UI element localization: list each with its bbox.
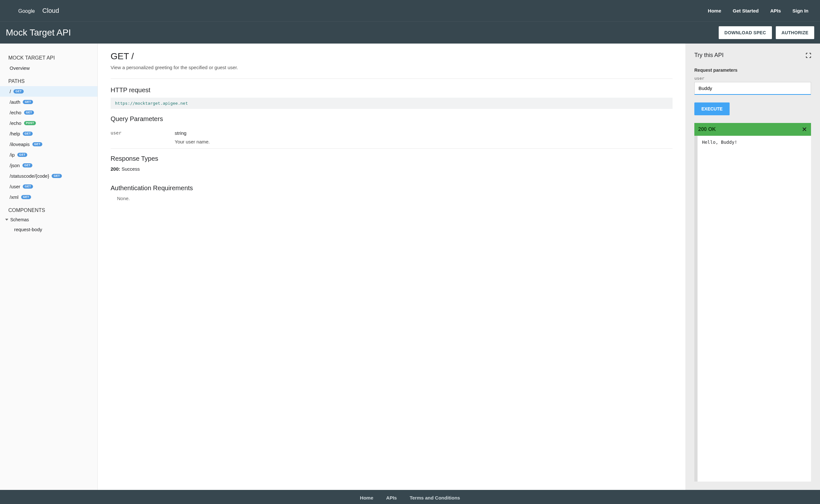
logo[interactable]: Google Cloud xyxy=(12,7,59,15)
divider xyxy=(111,78,673,79)
authorize-button[interactable]: AUTHORIZE xyxy=(776,26,814,39)
sidebar-path-label: /iloveapis xyxy=(10,142,30,147)
endpoint-heading: GET / xyxy=(111,51,673,61)
query-params-heading: Query Parameters xyxy=(111,115,673,123)
sidebar-request-body-label: request-body xyxy=(14,227,42,232)
nav-home[interactable]: Home xyxy=(708,8,721,13)
expand-icon[interactable] xyxy=(806,53,811,58)
sidebar-path-label: /user xyxy=(10,184,20,189)
title-actions: DOWNLOAD SPEC AUTHORIZE xyxy=(719,26,814,39)
execute-button[interactable]: EXECUTE xyxy=(694,102,730,115)
method-badge: POST xyxy=(24,121,36,125)
sidebar-path-label: /echo xyxy=(10,120,21,126)
auth-heading: Authentication Requirements xyxy=(111,184,673,192)
method-badge: GET xyxy=(23,184,33,189)
footer-apis[interactable]: APIs xyxy=(386,495,397,500)
method-badge: GET xyxy=(52,174,61,178)
response-status-bar: 200 OK ✕ xyxy=(694,123,811,136)
sidebar-api-heading: MOCK TARGET API xyxy=(0,53,97,63)
sidebar-path-label: / xyxy=(10,89,11,94)
method-badge: GET xyxy=(22,163,32,167)
param-desc: Your user name. xyxy=(175,139,210,144)
nav-apis[interactable]: APIs xyxy=(770,8,781,13)
method-badge: GET xyxy=(32,142,42,146)
method-badge: GET xyxy=(23,100,33,104)
method-badge: GET xyxy=(21,195,31,199)
sidebar-path-item[interactable]: /helpGET xyxy=(0,128,97,139)
param-row: user string Your user name. xyxy=(111,126,673,149)
nav-get-started[interactable]: Get Started xyxy=(733,8,759,13)
sidebar-path-item[interactable]: /xmlGET xyxy=(0,192,97,202)
sidebar-path-item[interactable]: /echoGET xyxy=(0,107,97,118)
sidebar-paths-heading: PATHS xyxy=(0,77,97,86)
method-badge: GET xyxy=(23,132,33,136)
download-spec-button[interactable]: DOWNLOAD SPEC xyxy=(719,26,772,39)
user-input[interactable] xyxy=(694,82,811,95)
sidebar-path-label: /auth xyxy=(10,99,20,105)
sidebar-path-label: /help xyxy=(10,131,20,136)
auth-none: None. xyxy=(111,196,673,201)
sidebar-path-item[interactable]: /ipGET xyxy=(0,150,97,160)
sidebar: MOCK TARGET API Overview PATHS /GET/auth… xyxy=(0,44,98,490)
response-status: 200 OK xyxy=(698,126,716,132)
response-body: Hello, Buddy! xyxy=(694,136,811,482)
sidebar-path-item[interactable]: /jsonGET xyxy=(0,160,97,171)
sidebar-overview[interactable]: Overview xyxy=(0,63,97,73)
method-badge: GET xyxy=(17,153,27,157)
user-param-label: user xyxy=(694,76,811,81)
sidebar-components-heading: COMPONENTS xyxy=(0,206,97,215)
sidebar-path-item[interactable]: /authGET xyxy=(0,97,97,107)
response-line: 200: Success xyxy=(111,166,673,172)
http-url: https://mocktarget.apigee.net xyxy=(111,98,673,109)
sidebar-path-item[interactable]: /echoPOST xyxy=(0,118,97,128)
sidebar-overview-label: Overview xyxy=(10,65,30,71)
response-types-heading: Response Types xyxy=(111,155,673,162)
endpoint-description: View a personalized greeting for the spe… xyxy=(111,65,673,70)
content: GET / View a personalized greeting for t… xyxy=(98,44,685,490)
response-code: 200: xyxy=(111,166,120,172)
method-badge: GET xyxy=(13,89,23,93)
logo-text-suffix: Cloud xyxy=(42,7,59,14)
param-type: string xyxy=(175,130,210,136)
title-bar: Mock Target API DOWNLOAD SPEC AUTHORIZE xyxy=(0,21,820,44)
sidebar-schemas-label: Schemas xyxy=(10,217,29,222)
response-label: Success xyxy=(120,166,140,172)
google-cloud-icon: Google xyxy=(12,7,40,15)
svg-marker-1 xyxy=(5,219,8,221)
sidebar-path-item[interactable]: /statuscode/{code}GET xyxy=(0,171,97,181)
top-bar: Google Cloud Home Get Started APIs Sign … xyxy=(0,0,820,21)
sidebar-path-label: /xml xyxy=(10,194,19,200)
sidebar-path-item[interactable]: /userGET xyxy=(0,181,97,192)
top-nav: Home Get Started APIs Sign In xyxy=(708,8,808,13)
footer-terms[interactable]: Terms and Conditions xyxy=(410,495,460,500)
sidebar-path-item[interactable]: /iloveapisGET xyxy=(0,139,97,150)
sidebar-request-body[interactable]: request-body xyxy=(0,224,97,235)
sidebar-path-item[interactable]: /GET xyxy=(0,86,97,97)
page-title: Mock Target API xyxy=(6,28,71,38)
footer: Home APIs Terms and Conditions xyxy=(0,490,820,504)
sidebar-path-label: /echo xyxy=(10,110,21,115)
http-request-heading: HTTP request xyxy=(111,86,673,94)
close-icon[interactable]: ✕ xyxy=(802,126,807,133)
nav-sign-in[interactable]: Sign In xyxy=(792,8,808,13)
try-this-api-label: Try this API xyxy=(694,52,724,59)
sidebar-path-label: /ip xyxy=(10,152,15,158)
footer-home[interactable]: Home xyxy=(360,495,373,500)
svg-text:Google: Google xyxy=(18,8,35,14)
sidebar-path-label: /statuscode/{code} xyxy=(10,173,49,179)
chevron-down-icon xyxy=(5,218,8,221)
sidebar-path-label: /json xyxy=(10,163,20,168)
try-panel: Try this API Request parameters user EXE… xyxy=(685,44,820,490)
request-params-label: Request parameters xyxy=(694,68,811,73)
param-name: user xyxy=(111,130,175,144)
method-badge: GET xyxy=(24,110,34,115)
sidebar-schemas[interactable]: Schemas xyxy=(0,215,97,224)
